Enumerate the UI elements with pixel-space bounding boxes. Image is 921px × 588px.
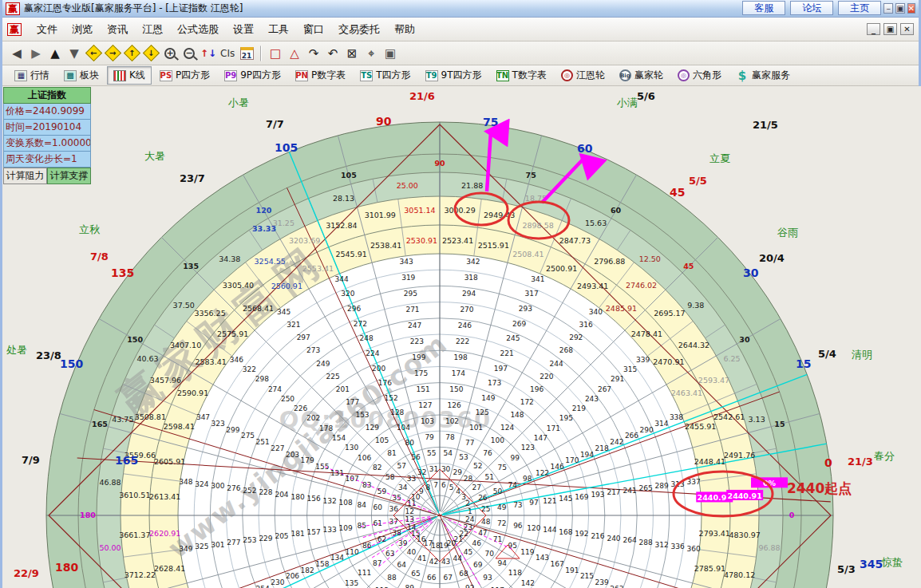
menu-item-3[interactable]: 江恩 [135,20,170,39]
cls-button[interactable]: CIs [219,45,236,62]
svg-text:266: 266 [625,432,638,440]
menu-item-0[interactable]: 文件 [30,20,65,39]
view-button-t-table[interactable]: TNT数字表 [490,66,553,85]
child-restore-button[interactable]: ▣ [883,23,897,35]
svg-text:2590.91: 2590.91 [177,389,208,397]
svg-text:146: 146 [551,463,564,471]
menu-item-6[interactable]: 工具 [261,20,296,39]
svg-text:54: 54 [444,449,453,457]
svg-text:291: 291 [611,375,624,383]
svg-text:小满: 小满 [616,97,638,109]
svg-text:321: 321 [287,321,300,329]
zoom-in-button[interactable]: + [161,45,179,62]
svg-text:348: 348 [179,478,192,486]
view-button-gann-wheel[interactable]: ◎江恩轮 [555,66,611,85]
svg-text:173: 173 [488,379,501,387]
rotate-cw-button[interactable]: ↷ [305,45,322,62]
svg-text:3203.69: 3203.69 [289,236,320,245]
updown-arrows-button[interactable]: ↑↓ [200,45,217,62]
svg-text:165: 165 [92,420,108,428]
view-button-p-square[interactable]: PSP四方形 [153,66,216,85]
diamond-up-button[interactable]: ↑ [123,45,140,62]
minimize-button[interactable]: － [883,3,893,14]
calendar-button[interactable]: 21 [238,45,255,62]
svg-text:253: 253 [243,536,256,544]
view-button-9p-square[interactable]: P99P四方形 [218,66,287,85]
view-button-winner-service[interactable]: $赢家服务 [729,66,796,85]
child-minimize-button[interactable]: _ [867,23,880,35]
svg-text:79: 79 [425,433,434,441]
menu-item-7[interactable]: 窗口 [296,20,331,39]
gann-wheel-canvas[interactable]: 赢家财富网www.yingjia360.comQQ:10080036012345… [2,86,921,588]
menu-item-8[interactable]: 交易委托 [331,20,387,39]
view-button-hexagon[interactable]: ◎六角形 [671,66,728,85]
svg-text:35: 35 [392,494,401,502]
svg-text:133: 133 [322,526,336,534]
menu-bar: 赢 文件浏览资讯江恩公式选股设置工具窗口交易委托帮助 _▣✕ [2,18,919,41]
svg-text:71: 71 [493,535,502,543]
titlebar-link-0[interactable]: 客服 [742,1,785,15]
svg-text:3.13: 3.13 [749,415,765,424]
panel-button-resistance[interactable]: 计算阻力 [3,168,47,184]
nav-first-button[interactable]: ◀ [8,45,26,62]
svg-text:295: 295 [404,290,417,298]
svg-text:2644.32: 2644.32 [678,341,710,349]
svg-text:11: 11 [407,499,416,507]
svg-text:3254.55: 3254.55 [255,257,286,266]
diamond-down-button[interactable]: ↓ [142,45,160,62]
tri-up-button[interactable]: ▲ [46,45,64,62]
menu-item-2[interactable]: 资讯 [100,20,135,39]
zoom-out-button[interactable]: − [180,45,198,62]
restore-button[interactable]: ▣ [895,3,904,14]
quotes-icon: ▦ [14,70,27,81]
titlebar-link-1[interactable]: 论坛 [790,1,833,15]
view-button-t-square[interactable]: TST四方形 [354,66,417,85]
diamond-left-button[interactable]: ← [85,45,102,62]
svg-text:22: 22 [460,530,468,538]
view-button-9t-square[interactable]: T99T四方形 [419,66,488,85]
triangle-tool-button[interactable]: △ [286,45,303,62]
winner-wheel-icon: Big [619,69,631,81]
svg-text:120: 120 [256,206,272,215]
svg-text:343: 343 [400,258,413,266]
view-button-quotes[interactable]: ▦行情 [8,66,56,85]
svg-text:2560.91: 2560.91 [271,282,302,290]
close-button[interactable]: ✕ [907,3,915,14]
svg-text:248: 248 [360,334,374,342]
box-x-button[interactable]: ⊠ [343,45,361,62]
svg-text:0: 0 [789,511,795,519]
menu-item-9[interactable]: 帮助 [387,20,422,39]
svg-text:124: 124 [500,424,514,432]
svg-text:春分: 春分 [874,450,895,462]
svg-text:338: 338 [670,413,683,421]
svg-text:56: 56 [411,453,421,461]
square-tool-button[interactable]: □ [267,45,284,62]
child-close-button[interactable]: ✕ [900,23,914,35]
view-button-sectors[interactable]: ▩板块 [57,66,105,85]
svg-text:43: 43 [441,558,450,566]
svg-text:82: 82 [373,464,381,472]
rotate-ccw-button[interactable]: ↶ [324,45,342,62]
nav-last-button[interactable]: ▶ [27,45,45,62]
svg-text:2598.41: 2598.41 [164,422,195,431]
view-button-kline[interactable]: K线 [107,66,152,85]
view-button-winner-wheel[interactable]: Big赢家轮 [613,66,670,85]
panel-button-support[interactable]: 计算支撑 [47,168,91,184]
tri-down-button[interactable]: ▼ [65,45,83,62]
menu-item-1[interactable]: 浏览 [65,20,100,39]
menu-item-5[interactable]: 设置 [226,20,261,39]
svg-text:87: 87 [373,559,381,567]
svg-text:254: 254 [256,585,270,588]
diamond-right-button[interactable]: → [104,45,121,62]
svg-text:179: 179 [301,456,314,464]
svg-text:81: 81 [387,449,396,457]
svg-text:70: 70 [485,550,495,558]
svg-text:小暑: 小暑 [227,97,249,109]
svg-text:96.88: 96.88 [758,543,780,552]
board-button[interactable]: ▣ [381,45,399,62]
view-button-p-table[interactable]: PNP数字表 [289,66,352,85]
titlebar-link-2[interactable]: 主页 [838,1,881,15]
svg-text:45: 45 [670,186,685,199]
center-target-button[interactable]: ⌖ [362,45,380,62]
menu-item-4[interactable]: 公式选股 [170,20,226,39]
